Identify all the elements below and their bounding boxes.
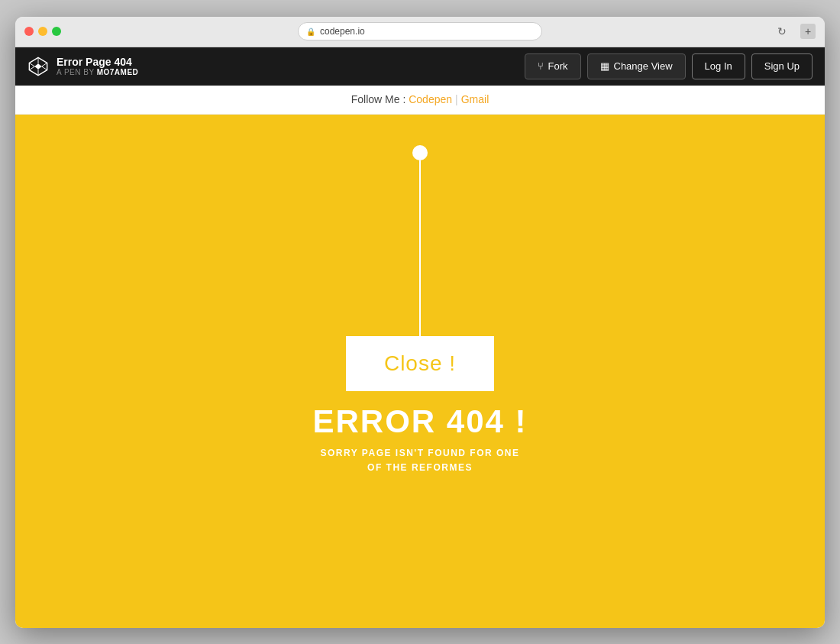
- svg-line-5: [29, 66, 34, 70]
- error-subtitle: SORRY PAGE ISN'T FOUND FOR ONE OF THE RE…: [312, 446, 527, 475]
- signup-button[interactable]: Sign Up: [751, 53, 813, 79]
- codepen-logo: [27, 56, 49, 77]
- pendulum-ball: [412, 145, 428, 160]
- fullscreen-dot[interactable]: [52, 27, 61, 36]
- browser-window: 🔒 codepen.io ↻ + Error Page 404 A PEN: [15, 17, 825, 628]
- svg-marker-7: [34, 63, 41, 69]
- refresh-button[interactable]: ↻: [777, 25, 787, 37]
- pen-info: Error Page 404 A PEN BY MO7AMED: [27, 56, 525, 77]
- new-tab-button[interactable]: +: [800, 24, 816, 39]
- close-button-box[interactable]: Close !: [346, 336, 494, 391]
- change-view-label: Change View: [614, 60, 673, 72]
- fork-label: Fork: [548, 60, 568, 72]
- codepen-follow-link[interactable]: Codepen: [409, 93, 452, 105]
- error-subtitle-line1: SORRY PAGE ISN'T FOUND FOR ONE: [321, 448, 520, 458]
- title-bar: 🔒 codepen.io ↻ +: [15, 17, 825, 47]
- minimize-dot[interactable]: [38, 27, 47, 36]
- close-dot[interactable]: [24, 27, 34, 36]
- fork-button[interactable]: ⑂ Fork: [525, 53, 581, 79]
- pendulum-line: [419, 160, 421, 336]
- error-subtitle-line2: OF THE REFORMES: [367, 462, 473, 473]
- error-content: ERROR 404 ! SORRY PAGE ISN'T FOUND FOR O…: [312, 403, 527, 475]
- pen-author: A PEN BY MO7AMED: [57, 68, 138, 76]
- svg-line-4: [42, 63, 47, 66]
- address-bar[interactable]: 🔒 codepen.io: [298, 22, 542, 40]
- url-text: codepen.io: [320, 26, 365, 37]
- signup-label: Sign Up: [764, 60, 800, 72]
- pen-title: Error Page 404: [57, 56, 138, 68]
- login-button[interactable]: Log In: [692, 53, 745, 79]
- fork-icon: ⑂: [538, 60, 544, 72]
- codepen-navbar: Error Page 404 A PEN BY MO7AMED ⑂ Fork ▦…: [15, 47, 825, 86]
- content-area: Close ! ERROR 404 ! SORRY PAGE ISN'T FOU…: [15, 115, 825, 628]
- follow-prefix: Follow Me :: [351, 93, 406, 105]
- change-view-button[interactable]: ▦ Change View: [587, 53, 686, 79]
- gmail-follow-link[interactable]: Gmail: [461, 93, 489, 105]
- svg-line-3: [29, 63, 34, 66]
- login-label: Log In: [705, 60, 732, 72]
- svg-line-6: [42, 66, 47, 70]
- author-name: MO7AMED: [97, 68, 139, 76]
- separator: |: [455, 93, 458, 105]
- traffic-lights: [24, 27, 61, 36]
- lock-icon: 🔒: [306, 28, 315, 36]
- follow-bar: Follow Me : Codepen | Gmail: [15, 86, 825, 115]
- view-icon: ▦: [600, 60, 609, 72]
- error-title: ERROR 404 !: [312, 403, 527, 440]
- pen-title-block: Error Page 404 A PEN BY MO7AMED: [57, 56, 138, 76]
- nav-buttons: ⑂ Fork ▦ Change View Log In Sign Up: [525, 53, 813, 79]
- pendulum-container: Close !: [346, 145, 494, 391]
- close-button-text: Close !: [384, 351, 456, 375]
